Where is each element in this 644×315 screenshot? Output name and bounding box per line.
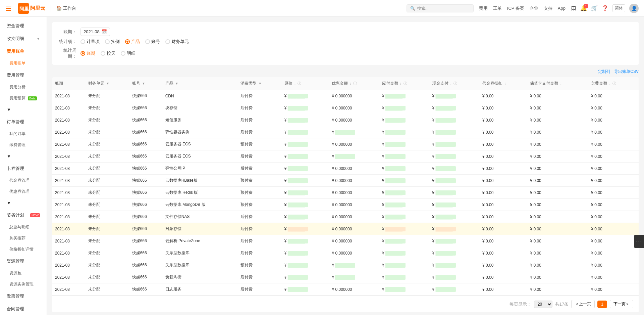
- period-label: 账期：: [58, 29, 76, 35]
- bell-icon[interactable]: 🔔 1: [580, 5, 587, 11]
- cart-icon[interactable]: 🛒: [591, 5, 598, 11]
- sort-cash-icon[interactable]: ↕: [450, 82, 452, 85]
- cycle-option-day[interactable]: 按天: [101, 50, 115, 56]
- nav-link-cost[interactable]: 费用: [479, 5, 488, 11]
- table-row: 2021-08未分配快媒666云解析 PrivateZone后付费¥ █████…: [52, 235, 639, 247]
- logo: 阿里 阿里云: [18, 3, 45, 14]
- sidebar-item-capital[interactable]: 资金管理: [0, 19, 47, 32]
- stats-option-product[interactable]: 产品: [125, 39, 140, 45]
- customize-columns-link[interactable]: 定制列: [598, 69, 610, 75]
- calendar-icon: 📅: [102, 29, 107, 34]
- top-navigation: ☰ 阿里 阿里云 🏠 工作台 🔍 费用 工单 ICP 备案 企业 支持 App …: [0, 0, 644, 17]
- period-filter-row: 账期： 2021-08 📅: [58, 28, 633, 36]
- info-cash-icon[interactable]: ⓘ: [453, 81, 457, 85]
- table-body: 2021-08未分配快媒666CDN后付费¥ ██████¥ 0.000000¥…: [52, 90, 639, 296]
- sidebar-item-cost-budget[interactable]: 费用预算 Beta: [0, 93, 47, 104]
- info-debt-icon[interactable]: ⓘ: [612, 81, 616, 85]
- user-avatar[interactable]: 👤: [629, 4, 639, 13]
- col-type: 消费类型 ▼: [238, 77, 282, 90]
- workbench-icon: 🏠: [56, 6, 62, 11]
- nav-icons: 🖼 🔔 1 🛒 ❓ 简体 👤: [571, 4, 639, 13]
- sidebar-item-buy-recommend[interactable]: 购买推荐: [0, 233, 47, 244]
- workbench-label: 工作台: [63, 5, 76, 11]
- nav-link-app[interactable]: App: [558, 6, 566, 11]
- sidebar-item-income[interactable]: 收支明细 ▼: [0, 32, 47, 45]
- current-page-button[interactable]: 1: [597, 301, 607, 308]
- stats-option-measure[interactable]: 计量项: [80, 39, 100, 45]
- sidebar-item-discount[interactable]: 优惠券管理: [0, 186, 47, 197]
- radio-instance: [105, 39, 110, 44]
- sidebar-item-contract-mgmt[interactable]: 合同管理: [0, 303, 47, 315]
- sidebar-item-bills-parent[interactable]: 费用账单: [0, 45, 47, 58]
- period-input[interactable]: 2021-08 📅: [80, 28, 110, 36]
- sidebar-item-cost-bill[interactable]: 费用账单: [0, 58, 47, 69]
- data-table: 账期 财务单元 ▼ 账号 ▼ 产品 ▼ 消费类型 ▼ 原价 ↕ ⓘ 优惠金额 ↕…: [52, 77, 639, 312]
- col-price: 原价 ↕ ⓘ: [282, 77, 329, 90]
- float-shortcut[interactable]: ⋯: [634, 235, 644, 248]
- stats-filter-row: 统计项： 计量项 实例 产品: [58, 39, 633, 45]
- sidebar-item-resource-instance[interactable]: 资源实例管理: [0, 279, 47, 290]
- sidebar-item-invoice-mgmt[interactable]: 发票管理: [0, 290, 47, 303]
- search-box[interactable]: 🔍: [407, 4, 474, 12]
- info-payable-icon[interactable]: ⓘ: [404, 81, 407, 85]
- nav-link-support[interactable]: 支持: [544, 5, 552, 11]
- sidebar-item-cost-mgmt[interactable]: 费用管理: [0, 69, 47, 82]
- nav-link-ticket[interactable]: 工单: [493, 5, 502, 11]
- svg-text:阿里: 阿里: [19, 6, 29, 11]
- filter-type-icon[interactable]: ▼: [258, 82, 262, 85]
- sidebar-item-voucher[interactable]: 代金券管理: [0, 175, 47, 186]
- radio-period: [80, 51, 85, 56]
- filter-product-icon[interactable]: ▼: [175, 82, 178, 85]
- help-icon[interactable]: ❓: [602, 5, 608, 11]
- sidebar-item-renewal[interactable]: 续费管理: [0, 139, 47, 150]
- sidebar-item-overview[interactable]: 总览与明细: [0, 222, 47, 233]
- sort-coupon-icon[interactable]: ↕: [504, 82, 506, 85]
- workbench-link[interactable]: 🏠 工作台: [56, 5, 76, 11]
- sort-store-icon[interactable]: ↕: [560, 82, 562, 85]
- sidebar-item-price-detail[interactable]: 价格折扣详情: [0, 244, 47, 255]
- sidebar-item-resource-pkg[interactable]: 资源包: [0, 268, 47, 279]
- stats-option-instance[interactable]: 实例: [105, 39, 120, 45]
- image-icon[interactable]: 🖼: [571, 5, 576, 11]
- sidebar-item-resource-mgmt[interactable]: 资源管理: [0, 255, 47, 268]
- sort-discount-icon[interactable]: ↕: [350, 82, 352, 85]
- col-product: 产品 ▼: [163, 77, 238, 90]
- prev-page-button[interactable]: ＜上一页: [571, 300, 595, 308]
- notification-badge: 1: [584, 4, 588, 8]
- nav-link-enterprise[interactable]: 企业: [530, 5, 538, 11]
- sort-payable-icon[interactable]: ↕: [400, 82, 401, 85]
- lang-button[interactable]: 简体: [612, 4, 625, 12]
- col-cash: 现金支付 ↕ ⓘ: [430, 77, 480, 90]
- cycle-option-detail[interactable]: 明细: [121, 50, 136, 56]
- main-layout: 资金管理 收支明细 ▼ 费用账单 费用账单 费用管理 费用分析 费用预算 Bet…: [0, 17, 644, 315]
- sidebar-item-cost-analysis[interactable]: 费用分析: [0, 82, 47, 93]
- stats-option-account[interactable]: 账号: [145, 39, 160, 45]
- info-price-icon[interactable]: ⓘ: [298, 81, 301, 85]
- sidebar-item-arrow4[interactable]: ▼: [0, 150, 47, 162]
- filter-account-icon[interactable]: ▼: [142, 82, 145, 85]
- nav-link-icp[interactable]: ICP 备案: [507, 5, 524, 11]
- sidebar-item-arrow5[interactable]: ▼: [0, 197, 47, 209]
- table-row: 2021-08未分配快媒666云数据库 MongoDB 版预付费¥ ██████…: [52, 199, 639, 211]
- table-row: 2021-08未分配快媒666文件存储NAS后付费¥ ██████¥ 0.000…: [52, 211, 639, 223]
- sidebar-item-savings-plan[interactable]: 节省计划 NEW: [0, 209, 47, 222]
- page-size-select[interactable]: 20 50 100: [534, 301, 552, 308]
- stats-option-finance[interactable]: 财务单元: [165, 39, 189, 45]
- export-csv-link[interactable]: 导出账单CSV: [614, 69, 639, 75]
- sort-price-icon[interactable]: ↕: [294, 82, 296, 85]
- sidebar-item-card-mgmt[interactable]: 卡券管理: [0, 162, 47, 175]
- info-discount-icon[interactable]: ⓘ: [353, 81, 357, 85]
- next-page-button[interactable]: 下一页＞: [610, 300, 633, 308]
- cycle-radio-group: 账期 按天 明细: [80, 50, 136, 56]
- sort-debt-icon[interactable]: ↕: [609, 82, 611, 85]
- logo-text: 阿里云: [30, 5, 45, 11]
- sidebar-item-arrow3[interactable]: ▼: [0, 104, 47, 116]
- sidebar-item-order-mgmt[interactable]: 订单管理: [0, 116, 47, 128]
- cycle-option-period[interactable]: 账期: [80, 50, 95, 56]
- search-input[interactable]: [417, 6, 470, 11]
- menu-icon[interactable]: ☰: [5, 4, 11, 12]
- filter-finance-icon[interactable]: ▼: [106, 82, 109, 85]
- sidebar-item-my-orders[interactable]: 我的订单: [0, 128, 47, 139]
- col-debt: 欠费金额 ↕ ⓘ: [588, 77, 639, 90]
- table-header-row: 账期 财务单元 ▼ 账号 ▼ 产品 ▼ 消费类型 ▼ 原价 ↕ ⓘ 优惠金额 ↕…: [52, 77, 639, 90]
